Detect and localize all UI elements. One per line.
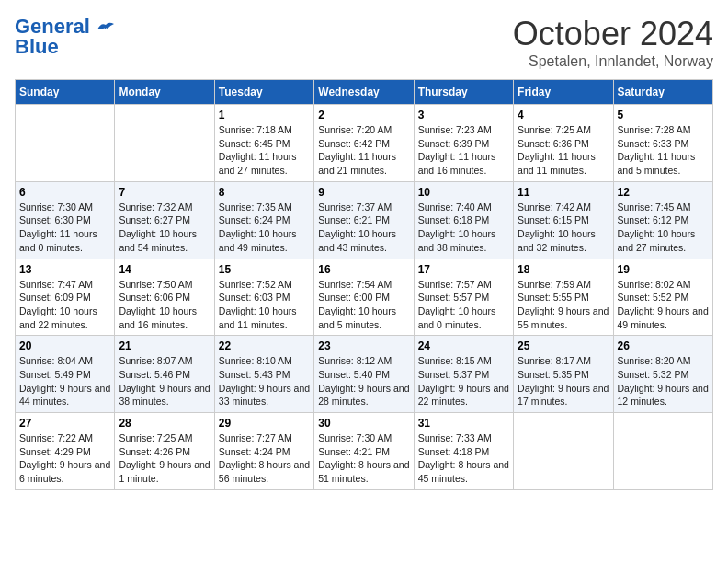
day-cell: 5Sunrise: 7:28 AMSunset: 6:33 PMDaylight… (613, 105, 712, 182)
day-info: Sunrise: 8:10 AMSunset: 5:43 PMDaylight:… (219, 354, 310, 408)
day-cell: 7Sunrise: 7:32 AMSunset: 6:27 PMDaylight… (115, 181, 214, 259)
day-number: 31 (418, 417, 509, 430)
day-number: 20 (19, 339, 110, 352)
day-cell: 16Sunrise: 7:54 AMSunset: 6:00 PMDayligh… (314, 259, 414, 336)
day-cell: 2Sunrise: 7:20 AMSunset: 6:42 PMDaylight… (314, 105, 414, 182)
day-info: Sunrise: 7:32 AMSunset: 6:27 PMDaylight:… (119, 201, 210, 255)
day-cell: 14Sunrise: 7:50 AMSunset: 6:06 PMDayligh… (115, 259, 214, 336)
day-cell: 12Sunrise: 7:45 AMSunset: 6:12 PMDayligh… (613, 181, 712, 259)
day-info: Sunrise: 8:17 AMSunset: 5:35 PMDaylight:… (518, 354, 609, 408)
day-info: Sunrise: 7:37 AMSunset: 6:21 PMDaylight:… (318, 201, 409, 255)
day-number: 25 (518, 339, 609, 352)
day-number: 28 (119, 417, 210, 430)
day-number: 1 (219, 109, 310, 121)
logo-blue: Blue (15, 35, 59, 59)
day-cell: 10Sunrise: 7:40 AMSunset: 6:18 PMDayligh… (414, 181, 513, 259)
day-number: 2 (318, 109, 409, 121)
day-number: 11 (518, 186, 609, 199)
day-number: 30 (318, 417, 409, 430)
location: Spetalen, Innlandet, Norway (513, 53, 713, 70)
header-saturday: Saturday (613, 80, 712, 105)
day-number: 19 (618, 263, 709, 276)
day-number: 9 (318, 186, 409, 199)
day-info: Sunrise: 7:40 AMSunset: 6:18 PMDaylight:… (418, 201, 509, 255)
header-wednesday: Wednesday (314, 80, 414, 105)
day-cell: 30Sunrise: 7:30 AMSunset: 4:21 PMDayligh… (314, 413, 414, 490)
day-number: 17 (418, 263, 509, 276)
day-number: 16 (318, 263, 409, 276)
day-number: 29 (219, 417, 310, 430)
day-info: Sunrise: 8:15 AMSunset: 5:37 PMDaylight:… (418, 354, 509, 408)
day-number: 4 (518, 109, 609, 121)
month-title: October 2024 (513, 15, 713, 53)
calendar-header: Sunday Monday Tuesday Wednesday Thursday… (16, 80, 713, 105)
day-info: Sunrise: 8:12 AMSunset: 5:40 PMDaylight:… (318, 354, 409, 408)
day-info: Sunrise: 8:07 AMSunset: 5:46 PMDaylight:… (119, 354, 210, 408)
header-thursday: Thursday (414, 80, 513, 105)
week-row-1: 1Sunrise: 7:18 AMSunset: 6:45 PMDaylight… (16, 105, 713, 182)
header-sunday: Sunday (16, 80, 115, 105)
day-cell: 19Sunrise: 8:02 AMSunset: 5:52 PMDayligh… (613, 259, 712, 336)
day-info: Sunrise: 7:22 AMSunset: 4:29 PMDaylight:… (19, 431, 110, 486)
week-row-4: 20Sunrise: 8:04 AMSunset: 5:49 PMDayligh… (16, 336, 713, 413)
day-number: 5 (618, 109, 709, 121)
day-cell: 23Sunrise: 8:12 AMSunset: 5:40 PMDayligh… (314, 336, 414, 413)
day-number: 10 (418, 186, 509, 199)
day-cell: 20Sunrise: 8:04 AMSunset: 5:49 PMDayligh… (16, 336, 115, 413)
day-cell (613, 413, 712, 490)
day-info: Sunrise: 7:54 AMSunset: 6:00 PMDaylight:… (318, 278, 409, 332)
day-info: Sunrise: 7:35 AMSunset: 6:24 PMDaylight:… (219, 201, 310, 255)
week-row-3: 13Sunrise: 7:47 AMSunset: 6:09 PMDayligh… (16, 259, 713, 336)
day-number: 18 (518, 263, 609, 276)
day-cell: 21Sunrise: 8:07 AMSunset: 5:46 PMDayligh… (115, 336, 214, 413)
day-number: 26 (618, 339, 709, 352)
day-cell: 9Sunrise: 7:37 AMSunset: 6:21 PMDaylight… (314, 181, 414, 259)
page-header: General Blue October 2024 Spetalen, Innl… (15, 15, 713, 70)
day-cell: 11Sunrise: 7:42 AMSunset: 6:15 PMDayligh… (514, 181, 613, 259)
day-number: 3 (418, 109, 509, 121)
logo-bird-icon (96, 20, 116, 35)
day-info: Sunrise: 8:20 AMSunset: 5:32 PMDaylight:… (618, 354, 709, 408)
day-cell: 22Sunrise: 8:10 AMSunset: 5:43 PMDayligh… (214, 336, 313, 413)
day-cell: 27Sunrise: 7:22 AMSunset: 4:29 PMDayligh… (16, 413, 115, 490)
header-friday: Friday (514, 80, 613, 105)
day-cell (16, 105, 115, 182)
day-info: Sunrise: 7:50 AMSunset: 6:06 PMDaylight:… (119, 278, 210, 332)
day-cell: 3Sunrise: 7:23 AMSunset: 6:39 PMDaylight… (414, 105, 513, 182)
day-cell (514, 413, 613, 490)
title-block: October 2024 Spetalen, Innlandet, Norway (513, 15, 713, 70)
day-cell: 18Sunrise: 7:59 AMSunset: 5:55 PMDayligh… (514, 259, 613, 336)
day-info: Sunrise: 7:28 AMSunset: 6:33 PMDaylight:… (618, 123, 709, 178)
day-info: Sunrise: 7:30 AMSunset: 6:30 PMDaylight:… (19, 201, 110, 255)
day-cell: 17Sunrise: 7:57 AMSunset: 5:57 PMDayligh… (414, 259, 513, 336)
day-info: Sunrise: 7:52 AMSunset: 6:03 PMDaylight:… (219, 278, 310, 332)
day-number: 12 (618, 186, 709, 199)
day-cell: 6Sunrise: 7:30 AMSunset: 6:30 PMDaylight… (16, 181, 115, 259)
day-number: 13 (19, 263, 110, 276)
day-cell: 31Sunrise: 7:33 AMSunset: 4:18 PMDayligh… (414, 413, 513, 490)
calendar-body: 1Sunrise: 7:18 AMSunset: 6:45 PMDaylight… (16, 105, 713, 490)
day-cell: 15Sunrise: 7:52 AMSunset: 6:03 PMDayligh… (214, 259, 313, 336)
day-info: Sunrise: 7:45 AMSunset: 6:12 PMDaylight:… (618, 201, 709, 255)
day-cell (115, 105, 214, 182)
day-cell: 1Sunrise: 7:18 AMSunset: 6:45 PMDaylight… (214, 105, 313, 182)
day-info: Sunrise: 7:33 AMSunset: 4:18 PMDaylight:… (418, 431, 509, 486)
day-cell: 29Sunrise: 7:27 AMSunset: 4:24 PMDayligh… (214, 413, 313, 490)
header-tuesday: Tuesday (214, 80, 313, 105)
day-info: Sunrise: 7:57 AMSunset: 5:57 PMDaylight:… (418, 278, 509, 332)
day-info: Sunrise: 7:30 AMSunset: 4:21 PMDaylight:… (318, 431, 409, 486)
day-cell: 26Sunrise: 8:20 AMSunset: 5:32 PMDayligh… (613, 336, 712, 413)
day-number: 6 (19, 186, 110, 199)
day-number: 27 (19, 417, 110, 430)
day-cell: 28Sunrise: 7:25 AMSunset: 4:26 PMDayligh… (115, 413, 214, 490)
day-info: Sunrise: 8:04 AMSunset: 5:49 PMDaylight:… (19, 354, 110, 408)
day-info: Sunrise: 7:25 AMSunset: 4:26 PMDaylight:… (119, 431, 210, 486)
day-cell: 25Sunrise: 8:17 AMSunset: 5:35 PMDayligh… (514, 336, 613, 413)
day-info: Sunrise: 7:25 AMSunset: 6:36 PMDaylight:… (518, 123, 609, 178)
day-info: Sunrise: 7:27 AMSunset: 4:24 PMDaylight:… (219, 431, 310, 486)
day-number: 14 (119, 263, 210, 276)
day-info: Sunrise: 7:20 AMSunset: 6:42 PMDaylight:… (318, 123, 409, 178)
day-info: Sunrise: 8:02 AMSunset: 5:52 PMDaylight:… (618, 278, 709, 332)
day-info: Sunrise: 7:23 AMSunset: 6:39 PMDaylight:… (418, 123, 509, 178)
day-number: 23 (318, 339, 409, 352)
